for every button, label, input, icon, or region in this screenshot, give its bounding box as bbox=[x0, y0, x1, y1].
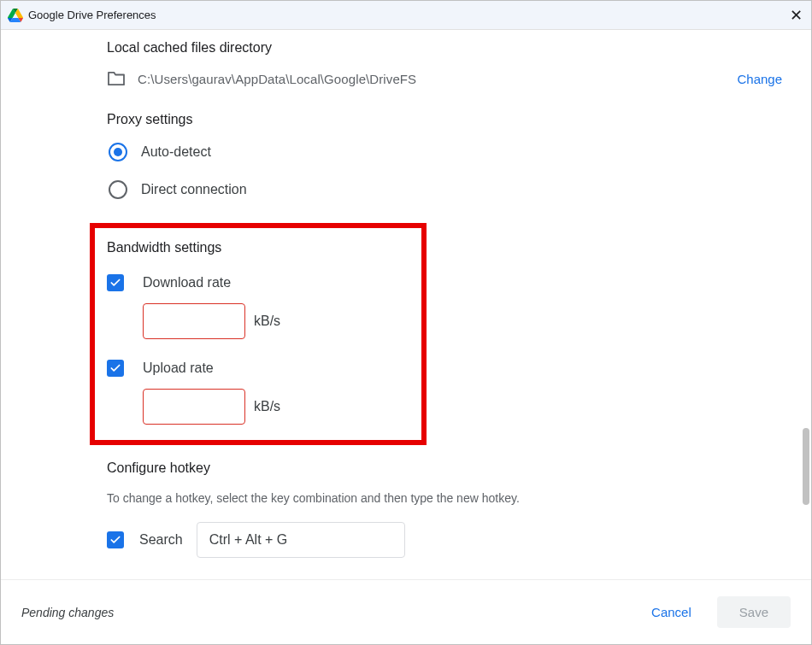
download-rate-row: Download rate bbox=[107, 274, 409, 291]
cache-row: C:\Users\gaurav\AppData\Local\Google\Dri… bbox=[107, 71, 786, 86]
upload-rate-row: Upload rate bbox=[107, 360, 409, 377]
close-icon[interactable]: ✕ bbox=[787, 7, 804, 24]
download-rate-input-row: kB/s bbox=[143, 303, 409, 339]
check-icon bbox=[109, 534, 121, 546]
content-area: Local cached files directory C:\Users\ga… bbox=[1, 30, 811, 579]
radio-label-direct: Direct connection bbox=[141, 182, 247, 197]
radio-icon bbox=[109, 143, 127, 161]
check-icon bbox=[109, 277, 121, 289]
footer: Pending changes Cancel Save bbox=[1, 579, 811, 644]
upload-unit: kB/s bbox=[254, 399, 280, 414]
drive-icon bbox=[8, 8, 23, 23]
change-button[interactable]: Change bbox=[737, 72, 782, 86]
download-unit: kB/s bbox=[254, 314, 280, 329]
scrollbar[interactable] bbox=[803, 428, 809, 505]
window-title: Google Drive Preferences bbox=[28, 9, 787, 21]
radio-label-auto: Auto-detect bbox=[141, 144, 211, 160]
cache-path: C:\Users\gaurav\AppData\Local\Google\Dri… bbox=[138, 72, 737, 86]
titlebar: Google Drive Preferences ✕ bbox=[1, 1, 811, 30]
download-rate-checkbox[interactable] bbox=[107, 274, 124, 291]
hotkey-row: Search bbox=[107, 522, 786, 558]
preferences-window: Google Drive Preferences ✕ Local cached … bbox=[0, 0, 812, 645]
save-button[interactable]: Save bbox=[717, 596, 791, 628]
download-rate-input[interactable] bbox=[143, 303, 245, 339]
download-rate-label: Download rate bbox=[143, 275, 231, 290]
upload-rate-input-row: kB/s bbox=[143, 389, 409, 425]
check-icon bbox=[109, 362, 121, 374]
search-hotkey-checkbox[interactable] bbox=[107, 531, 124, 548]
hotkey-description: To change a hotkey, select the key combi… bbox=[107, 491, 786, 505]
proxy-title: Proxy settings bbox=[107, 112, 786, 127]
search-hotkey-label: Search bbox=[139, 532, 183, 548]
upload-rate-label: Upload rate bbox=[143, 361, 214, 376]
pending-changes-label: Pending changes bbox=[21, 606, 634, 619]
upload-rate-checkbox[interactable] bbox=[107, 360, 124, 377]
cache-section: Local cached files directory C:\Users\ga… bbox=[107, 40, 786, 86]
upload-rate-input[interactable] bbox=[143, 389, 245, 425]
cache-title: Local cached files directory bbox=[107, 40, 786, 56]
hotkey-section: Configure hotkey To change a hotkey, sel… bbox=[107, 460, 786, 558]
bandwidth-highlight: Bandwidth settings Download rate kB/s Up… bbox=[90, 223, 427, 445]
folder-icon bbox=[107, 71, 126, 86]
bandwidth-title: Bandwidth settings bbox=[107, 240, 409, 255]
cancel-button[interactable]: Cancel bbox=[634, 598, 709, 626]
search-hotkey-input[interactable] bbox=[197, 522, 405, 558]
radio-direct-connection[interactable]: Direct connection bbox=[109, 180, 786, 199]
radio-auto-detect[interactable]: Auto-detect bbox=[109, 143, 786, 161]
radio-icon bbox=[109, 180, 127, 199]
hotkey-title: Configure hotkey bbox=[107, 460, 786, 476]
proxy-section: Proxy settings Auto-detect Direct connec… bbox=[107, 112, 786, 199]
